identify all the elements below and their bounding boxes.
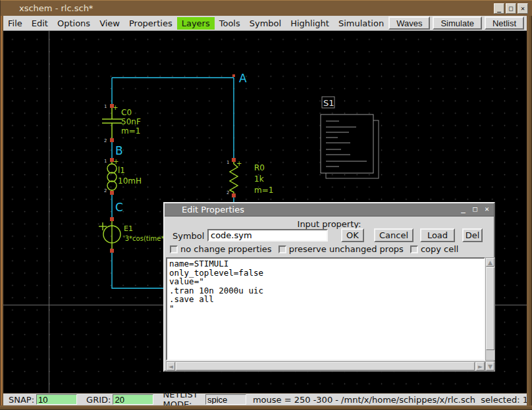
simulate-button[interactable]: Simulate <box>433 16 482 30</box>
edit-properties-dialog: Edit Properties _ □ ✕ Input property: Sy… <box>163 202 495 372</box>
symbol-label: Symbol <box>173 231 204 241</box>
source-name: E1 <box>124 224 133 233</box>
svg-text:1: 1 <box>226 160 229 165</box>
window-title: xschem - rlc.sch* <box>19 3 93 13</box>
menu-item-edit[interactable]: Edit <box>27 17 53 30</box>
window-border-left <box>0 16 3 410</box>
grid-label: GRID: <box>86 395 111 405</box>
node-label-b[interactable]: B <box>115 144 123 157</box>
svg-text:+: + <box>236 160 242 167</box>
property-text-area[interactable]: name=STIMULI only_toplevel=false value="… <box>166 257 485 361</box>
scrollbar-corner[interactable]: ▼ <box>485 361 495 371</box>
node-label-a[interactable]: A <box>239 72 247 85</box>
menu-item-highlight[interactable]: Highlight <box>286 17 334 30</box>
menu-item-tools[interactable]: Tools <box>215 17 245 30</box>
inductor-l1[interactable]: + 1 2 l1 10mH <box>104 158 142 193</box>
statusbar: SNAP: GRID: NETLIST MODE: mouse = 250 -3… <box>3 393 528 405</box>
capacitor-value: 50nF <box>121 117 141 126</box>
no-change-properties-checkbox[interactable] <box>170 245 178 253</box>
window-border-bottom <box>0 405 532 410</box>
menu-item-symbol[interactable]: Symbol <box>245 17 286 30</box>
code-symbol-s1[interactable]: S1 <box>321 97 379 178</box>
capacitor-c0[interactable]: + 1 2 C0 50nF m=1 <box>102 104 141 143</box>
netlist-mode-input[interactable] <box>205 394 246 405</box>
dialog-close-icon[interactable]: ✕ <box>483 205 491 213</box>
copy-cell-checkbox[interactable] <box>410 245 418 253</box>
menu-item-simulation[interactable]: Simulation <box>334 17 388 30</box>
netlist-button[interactable]: Netlist <box>485 16 524 30</box>
resistor-mult: m=1 <box>254 186 273 195</box>
svg-text:1: 1 <box>104 159 107 164</box>
load-button[interactable]: Load <box>420 228 455 242</box>
menubar: File Edit Options View Properties Layers… <box>3 16 527 30</box>
close-icon[interactable]: ✕ <box>518 3 528 14</box>
ok-button[interactable]: OK <box>341 228 364 242</box>
inductor-value: 10mH <box>118 176 142 186</box>
svg-text:+: + <box>113 158 119 165</box>
code-symbol-label: S1 <box>323 98 334 108</box>
svg-text:1: 1 <box>104 104 107 109</box>
waves-button[interactable]: Waves <box>388 16 430 30</box>
svg-text:2: 2 <box>104 138 107 143</box>
dialog-maximize-icon[interactable]: □ <box>471 205 479 213</box>
horizontal-scrollbar[interactable]: ◄ ► <box>166 361 485 371</box>
grid-input[interactable] <box>113 394 153 405</box>
copy-cell-label: copy cell <box>421 244 459 254</box>
preserve-unchanged-props-checkbox[interactable] <box>279 245 286 253</box>
preserve-unchanged-props-label: preserve unchanged props <box>289 244 404 254</box>
no-change-properties-label: no change properties <box>180 244 272 254</box>
menu-item-layers[interactable]: Layers <box>177 17 215 30</box>
minimize-icon[interactable]: _ <box>494 3 504 14</box>
maximize-icon[interactable]: □ <box>506 3 516 14</box>
svg-text:2: 2 <box>104 188 107 193</box>
dialog-titlebar[interactable]: Edit Properties _ □ ✕ <box>165 203 494 217</box>
schematic-canvas[interactable]: + 1 2 C0 50nF m=1 + 1 2 l1 <box>3 30 527 393</box>
checkbox-row: no change properties preserve unchanged … <box>170 244 458 254</box>
svg-text:2: 2 <box>226 190 229 195</box>
symbol-input[interactable] <box>207 229 328 242</box>
input-property-label: Input property: <box>165 219 494 229</box>
del-button[interactable]: Del <box>462 228 483 242</box>
window-border-right <box>527 16 532 410</box>
dialog-minimize-icon[interactable]: _ <box>459 205 467 213</box>
horizontal-scrollbar-thumb[interactable] <box>176 362 475 371</box>
vertical-scrollbar[interactable]: ▲ <box>485 257 495 361</box>
resistor-name: R0 <box>254 163 265 172</box>
menu-item-file[interactable]: File <box>3 17 27 30</box>
dialog-title: Edit Properties <box>182 205 244 215</box>
vertical-scrollbar-thumb[interactable] <box>486 267 494 350</box>
scroll-right-icon[interactable]: ► <box>476 362 485 371</box>
cancel-button[interactable]: Cancel <box>374 228 413 242</box>
source-value: '3*cos(time*ti <box>123 235 169 242</box>
snap-label: SNAP: <box>9 395 34 405</box>
source-e1[interactable]: E1 '3*cos(time*ti <box>99 219 169 251</box>
menu-item-view[interactable]: View <box>95 17 124 30</box>
menu-item-properties[interactable]: Properties <box>124 17 177 30</box>
inductor-name: l1 <box>118 166 125 175</box>
snap-input[interactable] <box>36 394 77 405</box>
xschem-window: xschem - rlc.sch* _ □ ✕ File Edit Option… <box>0 0 532 410</box>
resistor-r0[interactable]: + 1 2 R0 1k m=1 <box>226 160 273 195</box>
scroll-up-icon[interactable]: ▲ <box>486 258 494 267</box>
capacitor-mult: m=1 <box>121 126 140 136</box>
resistor-value: 1k <box>254 174 264 184</box>
node-label-c[interactable]: C <box>115 201 123 214</box>
scroll-down-icon[interactable]: ▼ <box>486 362 494 371</box>
window-titlebar: xschem - rlc.sch* _ □ ✕ <box>0 0 532 16</box>
capacitor-name: C0 <box>121 108 132 117</box>
mouse-status-text: mouse = 250 -300 - /mnt/x/home/schippes/… <box>253 395 528 405</box>
menu-item-options[interactable]: Options <box>53 17 95 30</box>
